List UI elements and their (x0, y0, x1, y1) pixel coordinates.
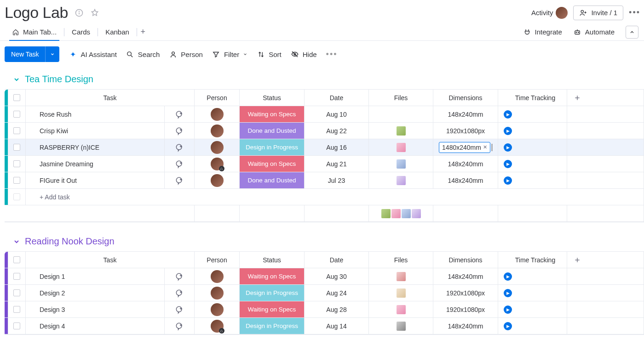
play-icon[interactable]: ▶ (504, 110, 512, 119)
dimensions-value[interactable]: 148x240mm (448, 160, 483, 168)
dimensions-cell[interactable]: 148x240mm (433, 106, 498, 122)
table-row[interactable]: Design 1Waiting on SpecsAug 30148x240mm▶ (5, 268, 644, 285)
dimensions-value[interactable]: 1920x1080px (446, 289, 485, 297)
timetracking-cell[interactable]: ▶ (498, 106, 567, 122)
column-header-files[interactable]: Files (368, 252, 433, 268)
play-icon[interactable]: ▶ (504, 289, 512, 297)
table-row[interactable]: Crisp KiwiDone and DustedAug 221920x1080… (5, 123, 644, 139)
filter-button[interactable]: Filter (212, 50, 247, 58)
open-conversation-button[interactable] (164, 301, 194, 317)
open-conversation-button[interactable] (164, 123, 194, 139)
select-all-checkbox[interactable] (8, 252, 25, 268)
file-thumbnail[interactable] (397, 143, 406, 152)
open-conversation-button[interactable] (164, 139, 194, 155)
row-checkbox[interactable] (8, 301, 25, 317)
person-cell[interactable] (194, 172, 239, 188)
dimensions-cell[interactable]: 148x240mm (433, 268, 498, 284)
dimensions-cell[interactable]: 1480x240mm✕ (433, 139, 498, 155)
files-cell[interactable] (368, 285, 433, 301)
summary-files[interactable] (368, 205, 433, 221)
timetracking-cell[interactable]: ▶ (498, 285, 567, 301)
file-thumbnail[interactable] (397, 322, 406, 331)
timetracking-cell[interactable]: ▶ (498, 318, 567, 334)
date-cell[interactable]: Aug 16 (304, 139, 368, 155)
group-header-reading-nook[interactable]: Reading Nook Design (5, 236, 644, 247)
timetracking-cell[interactable]: ▶ (498, 301, 567, 317)
table-row[interactable]: Design 2Design in ProgressAug 241920x108… (5, 285, 644, 301)
dimensions-cell[interactable]: 148x240mm (433, 172, 498, 188)
column-header-person[interactable]: Person (194, 252, 239, 268)
timetracking-cell[interactable]: ▶ (498, 172, 567, 188)
files-cell[interactable] (368, 172, 433, 188)
status-cell[interactable]: Design in Progress (239, 139, 304, 155)
dimensions-cell[interactable]: 1920x1080px (433, 285, 498, 301)
play-icon[interactable]: ▶ (504, 176, 512, 185)
date-cell[interactable]: Aug 24 (304, 285, 368, 301)
column-header-date[interactable]: Date (304, 252, 368, 268)
task-name-cell[interactable]: Rose Rush (25, 106, 164, 122)
automate-button[interactable]: Automate (573, 28, 615, 36)
row-checkbox[interactable] (8, 318, 25, 334)
add-column-button[interactable] (567, 90, 644, 106)
row-checkbox[interactable] (8, 285, 25, 301)
date-cell[interactable]: Aug 21 (304, 156, 368, 172)
collapse-button[interactable] (626, 26, 638, 39)
person-cell[interactable] (194, 156, 239, 172)
integrate-button[interactable]: Integrate (523, 28, 562, 36)
person-cell[interactable] (194, 285, 239, 301)
file-thumbnail[interactable] (397, 288, 406, 298)
column-header-dimensions[interactable]: Dimensions (433, 90, 498, 106)
view-tab-main[interactable]: Main Tab... (6, 23, 63, 40)
dimensions-input[interactable]: 1480x240mm✕ (439, 142, 490, 153)
column-header-status[interactable]: Status (239, 90, 304, 106)
dimensions-cell[interactable]: 1920x1080px (433, 301, 498, 317)
task-name-cell[interactable]: Design 3 (25, 301, 164, 317)
status-cell[interactable]: Design in Progress (239, 285, 304, 301)
row-checkbox[interactable] (8, 106, 25, 122)
file-thumbnail[interactable] (397, 159, 406, 169)
open-conversation-button[interactable] (164, 268, 194, 284)
board-title[interactable]: Logo Lab (5, 4, 68, 22)
column-header-person[interactable]: Person (194, 90, 239, 106)
file-thumbnail[interactable] (381, 209, 391, 218)
file-thumbnail[interactable] (402, 209, 411, 218)
timetracking-cell[interactable]: ▶ (498, 139, 567, 155)
activity-button[interactable]: Activity (531, 7, 568, 19)
date-cell[interactable]: Aug 22 (304, 123, 368, 139)
info-icon[interactable] (75, 8, 84, 17)
date-cell[interactable]: Aug 14 (304, 318, 368, 334)
person-cell[interactable] (194, 106, 239, 122)
add-view-button[interactable]: + (138, 27, 148, 37)
person-filter-button[interactable]: Person (169, 50, 203, 58)
column-header-date[interactable]: Date (304, 90, 368, 106)
toolbar-more-icon[interactable]: ••• (326, 50, 338, 59)
date-cell[interactable]: Aug 28 (304, 301, 368, 317)
column-header-task[interactable]: Task (25, 252, 194, 268)
status-cell[interactable]: Done and Dusted (239, 123, 304, 139)
person-cell[interactable] (194, 139, 239, 155)
date-cell[interactable]: Aug 10 (304, 106, 368, 122)
open-conversation-button[interactable] (164, 172, 194, 188)
date-cell[interactable]: Aug 30 (304, 268, 368, 284)
task-name-cell[interactable]: FIGure it Out (25, 172, 164, 188)
checkbox[interactable] (8, 189, 25, 205)
column-header-files[interactable]: Files (368, 90, 433, 106)
view-tab-kanban[interactable]: Kanban (99, 23, 136, 40)
more-icon[interactable]: ••• (629, 8, 640, 17)
view-tab-cards[interactable]: Cards (65, 23, 97, 40)
person-cell[interactable] (194, 268, 239, 284)
task-name-cell[interactable]: Jasmine Dreaming (25, 156, 164, 172)
timetracking-cell[interactable]: ▶ (498, 156, 567, 172)
clear-icon[interactable]: ✕ (483, 144, 487, 150)
status-cell[interactable]: Waiting on Specs (239, 268, 304, 284)
file-thumbnail[interactable] (397, 305, 406, 314)
new-task-button[interactable]: New Task (5, 46, 59, 62)
task-name-cell[interactable]: Design 1 (25, 268, 164, 284)
status-cell[interactable]: Waiting on Specs (239, 301, 304, 317)
table-row[interactable]: RASPBERRY (n)ICEDesign in ProgressAug 16… (5, 139, 644, 156)
dimensions-cell[interactable]: 148x240mm (433, 318, 498, 334)
files-cell[interactable] (368, 123, 433, 139)
table-row[interactable]: Design 4Design in ProgressAug 14148x240m… (5, 318, 644, 334)
sort-button[interactable]: Sort (257, 50, 282, 58)
dimensions-value[interactable]: 148x240mm (448, 322, 483, 330)
